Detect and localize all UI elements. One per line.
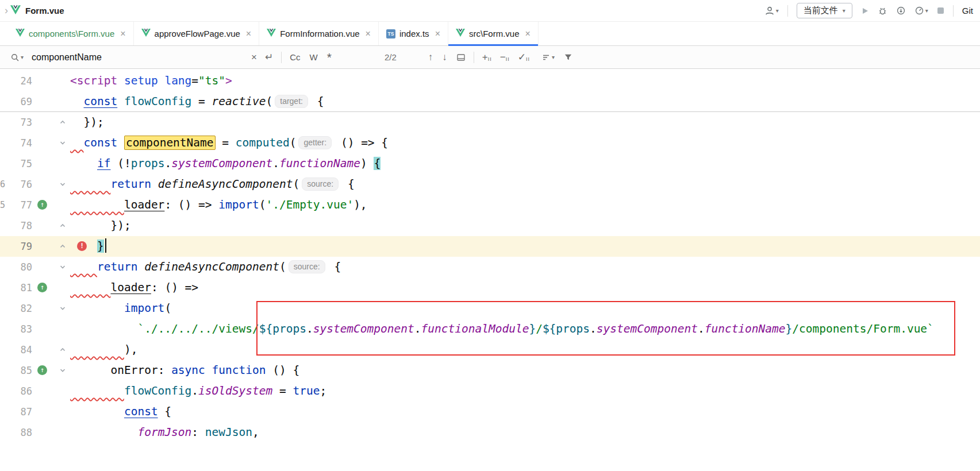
code-text[interactable]: formJson: newJson,	[70, 422, 259, 443]
tab-list: components\Form.vue×approveFlowPage.vue×…	[8, 22, 539, 45]
code-text[interactable]: const componentName = computed(getter: (…	[70, 133, 388, 153]
select-all-occurrences-button[interactable]: ✓II	[518, 51, 530, 63]
line-number[interactable]: 79	[0, 236, 32, 257]
line-number[interactable]: 81	[0, 277, 32, 298]
code-text[interactable]: const flowConfig = reactive(target: {	[70, 91, 324, 111]
filter-results-button[interactable]: ▾	[541, 53, 555, 62]
code-line-82: 82 import(	[0, 298, 980, 319]
previous-occurrence-icon[interactable]: ↑	[428, 52, 433, 63]
line-number[interactable]: 78	[0, 215, 32, 236]
code-text[interactable]: });	[70, 215, 131, 236]
chevron-down-icon: ▾	[21, 54, 24, 60]
open-in-find-window-button[interactable]	[456, 53, 466, 62]
remove-occurrence-button[interactable]: −II	[500, 52, 510, 63]
stop-button[interactable]	[937, 7, 944, 14]
run-configuration-selector[interactable]: 当前文件 ▾	[797, 3, 852, 18]
debug-button[interactable]	[878, 6, 887, 16]
fold-collapse-icon[interactable]	[57, 257, 68, 277]
code-text[interactable]: ),	[70, 339, 137, 360]
play-icon	[861, 7, 869, 15]
git-menu[interactable]: Git	[962, 6, 973, 16]
line-number[interactable]: 80	[0, 257, 32, 277]
fold-end-icon[interactable]	[57, 236, 68, 257]
add-occurrence-button[interactable]: +II	[482, 52, 492, 63]
fold-collapse-icon[interactable]	[57, 174, 68, 195]
code-text[interactable]: onError: async function () {	[70, 360, 299, 381]
inlay-hint: source:	[302, 177, 339, 191]
line-number[interactable]: 69	[0, 91, 32, 111]
code-line-24: 24<script setup lang="ts">	[0, 71, 980, 91]
run-configuration-label: 当前文件	[804, 5, 838, 16]
code-text[interactable]: }	[70, 236, 106, 257]
gutter: ↑	[32, 195, 70, 215]
search-input[interactable]: componentName	[32, 52, 251, 63]
tab-close-icon[interactable]: ×	[435, 29, 440, 39]
code-editor[interactable]: 24<script setup lang="ts">69 const flowC…	[0, 69, 980, 471]
error-icon[interactable]: !	[77, 241, 87, 251]
code-text[interactable]: <script setup lang="ts">	[70, 71, 232, 91]
clear-search-icon[interactable]: ×	[251, 52, 257, 63]
line-number[interactable]: 75	[0, 153, 32, 174]
tab-forminformation-vue[interactable]: FormInformation.vue×	[259, 22, 379, 45]
code-text[interactable]: if (!props.systemComponent.functionName)…	[70, 153, 381, 174]
code-text[interactable]: flowConfig.isOldSystem = true;	[70, 381, 326, 401]
fold-end-icon[interactable]	[57, 339, 68, 360]
fold-collapse-icon[interactable]	[57, 133, 68, 153]
tab-src-form-vue[interactable]: src\Form.vue×	[448, 22, 539, 45]
gutter-green-arrow-icon[interactable]: ↑	[37, 365, 47, 375]
gutter-green-arrow-icon[interactable]: ↑	[37, 283, 47, 292]
line-number[interactable]: 73	[0, 112, 32, 133]
breadcrumb-chevron-icon: ›	[5, 5, 8, 17]
search-history-button[interactable]: ▾	[10, 53, 24, 62]
gutter-green-arrow-icon[interactable]: ↑	[37, 200, 47, 210]
tab-close-icon[interactable]: ×	[120, 29, 125, 39]
code-text[interactable]: loader: () => import('./Empty.vue'),	[70, 195, 367, 215]
occurrence-suffix: II	[506, 56, 510, 62]
code-text[interactable]: const {	[70, 401, 171, 422]
run-button[interactable]	[861, 7, 869, 15]
code-line-80: 80 return defineAsyncComponent(source: {	[0, 257, 980, 277]
line-number[interactable]: 82	[0, 298, 32, 319]
tab-approveflowpage-vue[interactable]: approveFlowPage.vue×	[134, 22, 260, 45]
code-line-86: 86 flowConfig.isOldSystem = true;	[0, 381, 980, 401]
gutter: ↑	[32, 277, 70, 298]
tab-index-ts[interactable]: TSindex.ts×	[379, 22, 448, 45]
code-text[interactable]: `./../../../views/${props.systemComponen…	[70, 319, 934, 339]
inlay-hint: getter:	[298, 136, 332, 149]
line-number[interactable]: 74	[0, 133, 32, 153]
words-toggle[interactable]: W	[310, 52, 318, 62]
next-occurrence-icon[interactable]: ↓	[442, 52, 447, 63]
code-text[interactable]: return defineAsyncComponent(source: {	[70, 174, 355, 195]
code-line-69: 69 const flowConfig = reactive(target: {	[0, 91, 980, 112]
tab-components-form-vue[interactable]: components\Form.vue×	[8, 22, 134, 45]
line-number[interactable]: 85	[0, 360, 32, 381]
fold-collapse-icon[interactable]	[57, 360, 68, 381]
line-number[interactable]: 86	[0, 381, 32, 401]
profiler-button[interactable]: ▾	[914, 6, 928, 16]
fold-end-icon[interactable]	[57, 215, 68, 236]
user-account-button[interactable]: ▾	[764, 6, 779, 16]
code-text[interactable]: import(	[70, 298, 171, 319]
tab-close-icon[interactable]: ×	[366, 29, 371, 39]
window-title: Form.vue	[25, 6, 64, 16]
regex-toggle[interactable]: *	[327, 55, 332, 60]
line-number[interactable]: 84	[0, 339, 32, 360]
code-text[interactable]: });	[70, 112, 104, 133]
tab-close-icon[interactable]: ×	[525, 29, 530, 39]
line-number[interactable]: 88	[0, 422, 32, 443]
line-number[interactable]: 24	[0, 71, 32, 91]
fold-collapse-icon[interactable]	[57, 298, 68, 319]
coverage-button[interactable]	[896, 6, 906, 16]
new-line-icon[interactable]: ↵	[265, 51, 273, 63]
line-number[interactable]: 87	[0, 401, 32, 422]
tab-label: approveFlowPage.vue	[155, 29, 240, 38]
match-case-toggle[interactable]: Cc	[290, 52, 300, 62]
code-text[interactable]: return defineAsyncComponent(source: {	[70, 257, 341, 277]
chevron-down-icon: ▾	[552, 54, 555, 60]
code-text[interactable]: loader: () =>	[70, 277, 198, 298]
search-filter-button[interactable]	[564, 53, 572, 61]
line-number[interactable]: 83	[0, 319, 32, 339]
fold-end-icon[interactable]	[57, 112, 68, 133]
text-caret	[105, 238, 106, 253]
tab-close-icon[interactable]: ×	[246, 29, 251, 39]
